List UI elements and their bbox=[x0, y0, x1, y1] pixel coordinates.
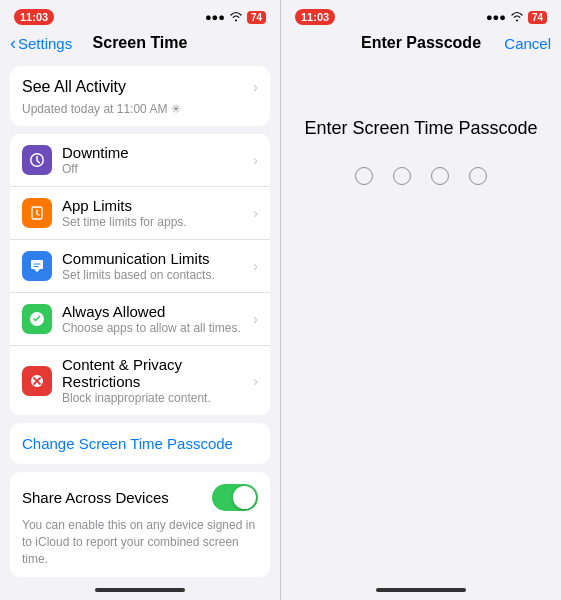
app-limits-item[interactable]: App Limits Set time limits for apps. bbox=[10, 187, 270, 240]
nav-bar-left: ‹ Settings Screen Time bbox=[0, 32, 280, 58]
comm-limits-chevron-icon bbox=[253, 258, 258, 274]
always-allowed-icon bbox=[22, 304, 52, 334]
downtime-title: Downtime bbox=[62, 144, 247, 161]
cancel-button[interactable]: Cancel bbox=[504, 35, 551, 52]
back-label[interactable]: Settings bbox=[18, 35, 72, 52]
home-indicator-left bbox=[0, 580, 280, 600]
comm-limits-subtitle: Set limits based on contacts. bbox=[62, 268, 247, 282]
see-all-title: See All Activity bbox=[22, 78, 253, 96]
status-icons-left: ●●● 74 bbox=[205, 10, 266, 24]
passcode-dot-1 bbox=[355, 167, 373, 185]
status-time-right: 11:03 bbox=[295, 9, 335, 25]
app-limits-text: App Limits Set time limits for apps. bbox=[62, 197, 247, 229]
always-allowed-item[interactable]: Always Allowed Choose apps to allow at a… bbox=[10, 293, 270, 346]
content-privacy-item[interactable]: Content & Privacy Restrictions Block ina… bbox=[10, 346, 270, 415]
share-description: You can enable this on any device signed… bbox=[10, 517, 270, 577]
passcode-dot-4 bbox=[469, 167, 487, 185]
comm-limits-text: Communication Limits Set limits based on… bbox=[62, 250, 247, 282]
status-time-left: 11:03 bbox=[14, 9, 54, 25]
signal-icon: ●●● bbox=[205, 11, 225, 23]
battery-left: 74 bbox=[247, 11, 266, 24]
comm-limits-item[interactable]: Communication Limits Set limits based on… bbox=[10, 240, 270, 293]
nav-title-left: Screen Time bbox=[93, 34, 188, 52]
home-bar-left bbox=[95, 588, 185, 592]
back-icon: ‹ bbox=[10, 33, 16, 54]
downtime-subtitle: Off bbox=[62, 162, 247, 176]
downtime-item[interactable]: Downtime Off bbox=[10, 134, 270, 187]
see-all-chevron-icon bbox=[253, 79, 258, 95]
status-icons-right: ●●● 74 bbox=[486, 10, 547, 24]
signal-icon-right: ●●● bbox=[486, 11, 506, 23]
left-panel: 11:03 ●●● 74 ‹ Settings Screen Time See … bbox=[0, 0, 280, 600]
share-title: Share Across Devices bbox=[22, 489, 212, 506]
passcode-dots bbox=[355, 167, 487, 185]
status-bar-right: 11:03 ●●● 74 bbox=[281, 0, 561, 32]
content-privacy-subtitle: Block inappropriate content. bbox=[62, 391, 247, 405]
see-all-updated: Updated today at 11:00 AM ✳︎ bbox=[10, 100, 270, 126]
change-passcode-button[interactable]: Change Screen Time Passcode bbox=[10, 423, 270, 464]
always-allowed-chevron-icon bbox=[253, 311, 258, 327]
content-privacy-text: Content & Privacy Restrictions Block ina… bbox=[62, 356, 247, 405]
toggle-thumb bbox=[233, 486, 256, 509]
content-privacy-icon bbox=[22, 366, 52, 396]
downtime-text: Downtime Off bbox=[62, 144, 247, 176]
battery-right: 74 bbox=[528, 11, 547, 24]
comm-limits-icon bbox=[22, 251, 52, 281]
passcode-dot-2 bbox=[393, 167, 411, 185]
content-privacy-title: Content & Privacy Restrictions bbox=[62, 356, 247, 390]
left-content: See All Activity Updated today at 11:00 … bbox=[0, 58, 280, 580]
status-bar-left: 11:03 ●●● 74 bbox=[0, 0, 280, 32]
app-limits-icon bbox=[22, 198, 52, 228]
downtime-icon bbox=[22, 145, 52, 175]
comm-limits-title: Communication Limits bbox=[62, 250, 247, 267]
always-allowed-subtitle: Choose apps to allow at all times. bbox=[62, 321, 247, 335]
loading-spinner-icon: ✳︎ bbox=[171, 102, 181, 116]
nav-title-right: Enter Passcode bbox=[361, 34, 481, 52]
home-indicator-right bbox=[281, 580, 561, 600]
passcode-content: Enter Screen Time Passcode bbox=[281, 58, 561, 580]
wifi-icon-right bbox=[510, 10, 524, 24]
wifi-icon bbox=[229, 10, 243, 24]
share-section: Share Across Devices You can enable this… bbox=[10, 472, 270, 577]
always-allowed-title: Always Allowed bbox=[62, 303, 247, 320]
menu-section: Downtime Off App Limits Set time limits … bbox=[10, 134, 270, 415]
passcode-heading: Enter Screen Time Passcode bbox=[304, 118, 537, 139]
app-limits-subtitle: Set time limits for apps. bbox=[62, 215, 247, 229]
app-limits-chevron-icon bbox=[253, 205, 258, 221]
nav-bar-right: Enter Passcode Cancel bbox=[281, 32, 561, 58]
back-button[interactable]: ‹ Settings bbox=[10, 33, 72, 54]
share-row: Share Across Devices bbox=[10, 472, 270, 517]
right-panel: 11:03 ●●● 74 Enter Passcode Cancel Enter… bbox=[280, 0, 561, 600]
always-allowed-text: Always Allowed Choose apps to allow at a… bbox=[62, 303, 247, 335]
change-passcode-section[interactable]: Change Screen Time Passcode bbox=[10, 423, 270, 464]
app-limits-title: App Limits bbox=[62, 197, 247, 214]
downtime-chevron-icon bbox=[253, 152, 258, 168]
passcode-dot-3 bbox=[431, 167, 449, 185]
home-bar-right bbox=[376, 588, 466, 592]
content-privacy-chevron-icon bbox=[253, 373, 258, 389]
share-toggle[interactable] bbox=[212, 484, 258, 511]
see-all-item[interactable]: See All Activity bbox=[10, 66, 270, 100]
see-all-section[interactable]: See All Activity Updated today at 11:00 … bbox=[10, 66, 270, 126]
